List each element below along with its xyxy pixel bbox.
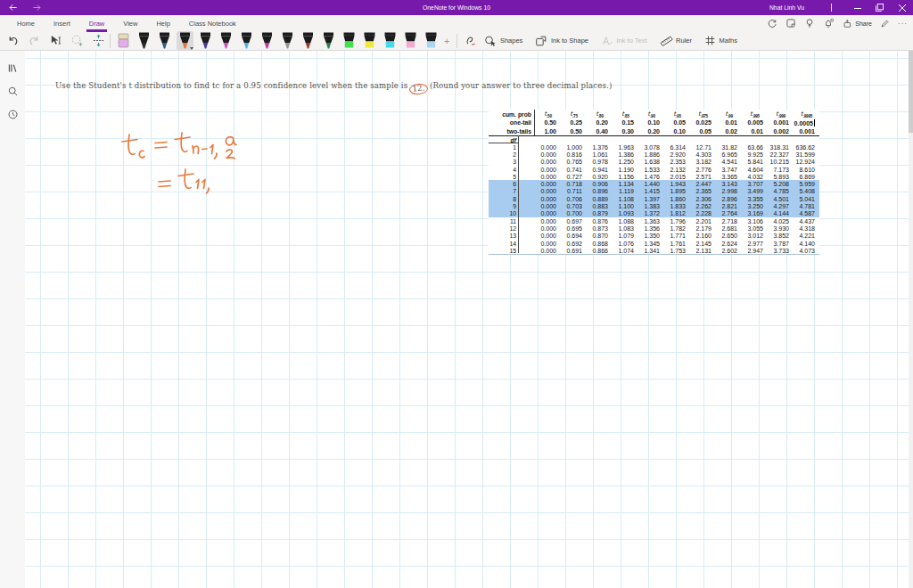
- pen-sky-blue-button[interactable]: [238, 31, 255, 50]
- t-table-cell: 0.005: [742, 119, 768, 126]
- undo-button[interactable]: [6, 34, 20, 47]
- highlighter-yellow-button[interactable]: [361, 31, 378, 50]
- t-table-row: df: [489, 136, 819, 143]
- pen-magenta-button[interactable]: [218, 31, 234, 50]
- t-table-cell: 636.62: [794, 144, 819, 151]
- maths-button[interactable]: Maths: [704, 35, 737, 46]
- t-table-cell: 1.345: [638, 241, 664, 247]
- t-table-cell: 12.924: [794, 159, 819, 165]
- t-table-cell: 3.707: [742, 181, 768, 187]
- edit-pencil-icon[interactable]: [880, 19, 890, 29]
- ruler-button[interactable]: Ruler: [660, 35, 692, 47]
- vertical-scrollbar[interactable]: [909, 51, 913, 588]
- pen-black-button[interactable]: [136, 31, 152, 50]
- back-arrow-icon[interactable]: [8, 3, 18, 12]
- highlighter-light-blue-button[interactable]: [423, 31, 440, 50]
- scrollbar-thumb[interactable]: [909, 51, 913, 133]
- forward-arrow-icon[interactable]: [32, 3, 42, 12]
- tab-insert[interactable]: Insert: [53, 18, 71, 29]
- t-table-cell: 2.132: [664, 167, 690, 173]
- t-table-cell: 1.383: [638, 203, 664, 209]
- t-table-cell: 2.131: [690, 248, 716, 254]
- highlighter-green-button[interactable]: [341, 31, 358, 50]
- highlighter-pink-button[interactable]: [402, 31, 419, 50]
- t-table-cell: 1.638: [638, 159, 664, 165]
- page-canvas[interactable]: Use the Student's t distribution to find…: [25, 51, 909, 588]
- t-table-cell: 14: [489, 240, 535, 247]
- t-table-cell: 6.869: [794, 174, 819, 180]
- insert-space-button[interactable]: [92, 34, 105, 47]
- notebooks-icon: [7, 62, 19, 74]
- t-table-cell: 3.250: [742, 203, 768, 209]
- t-table-cell: 9: [489, 202, 535, 209]
- t-table-cell: 63.66: [742, 144, 768, 151]
- notifications-bell-icon[interactable]: [823, 18, 835, 29]
- t-table-cell: 10.215: [768, 159, 794, 165]
- t-table-cell: 2.015: [664, 174, 690, 180]
- t-table-cell: 2.145: [690, 241, 716, 247]
- question-after: (Round your answer to three decimal plac…: [427, 81, 612, 90]
- close-button[interactable]: [891, 0, 913, 15]
- t-table-row: 100.0000.7000.8791.0931.3721.8122.2282.7…: [489, 210, 819, 217]
- draw-with-mouse-icon[interactable]: [464, 34, 477, 47]
- more-options-button[interactable]: ···: [898, 20, 908, 28]
- share-button[interactable]: Share: [843, 19, 872, 29]
- tab-draw[interactable]: Draw: [88, 18, 106, 29]
- add-pen-button[interactable]: +: [441, 36, 452, 46]
- sidebar-item-recent[interactable]: [0, 102, 25, 126]
- t-table-row: 70.0000.7110.8961.1191.4151.8952.3652.99…: [489, 188, 819, 195]
- question-before: Use the Student's t distribution to find…: [55, 81, 410, 90]
- t-table-cell: 2.179: [690, 225, 716, 232]
- clock-icon: [7, 109, 19, 120]
- t-table-df-underline: [489, 143, 518, 143]
- sidebar-item-search[interactable]: [0, 79, 25, 102]
- sidebar-item-notebooks[interactable]: [0, 56, 25, 79]
- tab-help[interactable]: Help: [155, 18, 170, 29]
- t-table-cell: 1.088: [613, 218, 638, 225]
- t-table-cell: 3.143: [716, 181, 742, 187]
- shapes-button[interactable]: Shapes: [484, 35, 522, 47]
- t-table-cell: 0.001: [794, 128, 819, 135]
- tab-class-notebook[interactable]: Class Notebook: [188, 18, 237, 29]
- select-objects-button[interactable]: [49, 34, 62, 47]
- redo-button[interactable]: [28, 34, 41, 47]
- t-table-cell: 1.250: [613, 159, 638, 165]
- t-table-cell: 1.119: [613, 188, 638, 194]
- sync-icon[interactable]: [767, 18, 777, 29]
- pen-grey-button[interactable]: [279, 31, 296, 50]
- ink-to-text-button[interactable]: Ink to Text: [601, 35, 647, 47]
- t-table-cell: 3: [489, 159, 535, 166]
- pen-dark-blue-button[interactable]: [156, 31, 173, 50]
- tab-view[interactable]: View: [122, 18, 138, 29]
- question-text[interactable]: Use the Student's t distribution to find…: [55, 81, 612, 94]
- t-table-row: cum. probt.50t.75t.80t.85t.90t.95t.975t.…: [489, 110, 819, 118]
- t-table-cell: 3.930: [768, 225, 794, 232]
- pen-pink-button[interactable]: [259, 31, 276, 50]
- pen-indigo-button[interactable]: [197, 31, 214, 50]
- pen-orange-button[interactable]: [177, 31, 193, 50]
- pen-dark-red-button[interactable]: [300, 31, 317, 50]
- minimize-button[interactable]: [846, 0, 868, 15]
- t-table-cell: 5.841: [742, 159, 768, 165]
- feed-icon[interactable]: [786, 18, 796, 29]
- lasso-select-button[interactable]: [70, 34, 84, 47]
- highlighter-cyan-button[interactable]: [382, 31, 399, 50]
- ruler-label: Ruler: [676, 37, 692, 45]
- t-table-cell: 1.796: [664, 218, 690, 225]
- lightbulb-icon[interactable]: [804, 18, 815, 29]
- t-table-cell: 1.386: [613, 151, 638, 158]
- tab-home[interactable]: Home: [16, 18, 36, 29]
- eraser-button[interactable]: [115, 31, 132, 50]
- t-table-row: 90.0000.7030.8831.1001.3831.8332.2622.82…: [489, 202, 819, 209]
- pen-dark-green-button[interactable]: [320, 31, 337, 50]
- handwritten-ink[interactable]: [111, 127, 267, 216]
- t-table-cell: 31.599: [794, 151, 819, 158]
- t-table-cell: 1.341: [638, 248, 664, 254]
- t-table-cell: 31.82: [716, 144, 742, 151]
- ink-to-shape-button[interactable]: Ink to Shape: [535, 35, 588, 47]
- t-table-row: one-tail0.500.250.200.150.100.050.0250.0…: [489, 118, 819, 127]
- t-table[interactable]: cum. probt.50t.75t.80t.85t.90t.95t.975t.…: [489, 110, 819, 255]
- maximize-button[interactable]: [868, 0, 891, 15]
- t-table-cell: 0.695: [561, 225, 587, 232]
- t-table-cell: 0.01: [742, 128, 768, 135]
